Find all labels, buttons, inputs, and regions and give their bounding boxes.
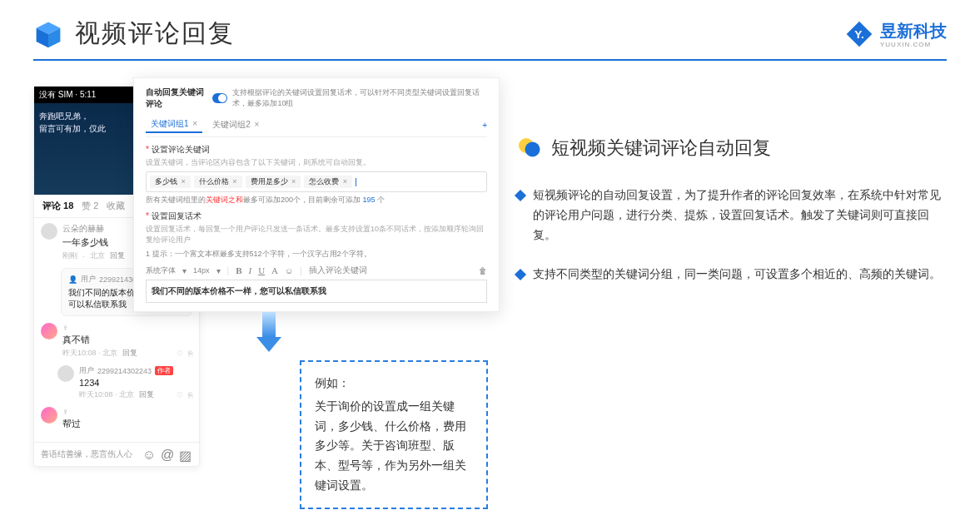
add-group-button[interactable]: + bbox=[482, 121, 487, 130]
person-icon: 👤 bbox=[68, 275, 77, 284]
close-icon[interactable]: × bbox=[255, 120, 260, 129]
brand-logo: Y. 昱新科技 YUUXIN.COM bbox=[845, 20, 947, 48]
comment-input-bar: 善语结善缘，恶言伤人心 ☺ @ ▨ bbox=[34, 442, 199, 466]
arrow-down-icon bbox=[256, 312, 281, 354]
reply-field-help: 设置回复话术，每回复一个用户评论只发送一条话术。最多支持设置10条不同话术，按添… bbox=[146, 224, 487, 245]
reply-button[interactable]: 回复 bbox=[139, 389, 154, 400]
author-user-id: 2299214302243 bbox=[97, 367, 152, 375]
bullet-text: 支持不同类型的关键词分组，同一类问题，可设置多个相近的、高频的关键词。 bbox=[533, 265, 941, 285]
comment-username: ♀ bbox=[62, 407, 192, 416]
tab-comments[interactable]: 评论 18 bbox=[42, 200, 73, 212]
reply-field-label: 设置回复话术 bbox=[146, 211, 487, 222]
diamond-icon bbox=[515, 190, 526, 201]
dislike-icon[interactable]: ⎘ bbox=[188, 391, 192, 399]
comment-meta: 昨天10:08 · 北京 回复 ♡ ⎘ bbox=[62, 348, 192, 359]
page-title: 视频评论回复 bbox=[75, 17, 235, 51]
group-tab-1[interactable]: 关键词组1 × bbox=[146, 116, 202, 133]
section-title: 短视频关键词评论自动回复 bbox=[551, 136, 771, 161]
keyword-chips-input[interactable]: 多少钱 × 什么价格 × 费用是多少 × 怎么收费 × bbox=[146, 171, 487, 192]
bullet-text: 短视频评论的自动回复设置，为了提升作者的评论回复效率，在系统中针对常见的评论用户… bbox=[533, 186, 947, 245]
author-user-prefix: 用户 bbox=[79, 365, 94, 376]
text-color-icon[interactable]: A bbox=[271, 265, 278, 275]
brand-mark-icon: Y. bbox=[845, 20, 873, 48]
cube-icon bbox=[33, 19, 63, 49]
auto-reply-toggle[interactable] bbox=[212, 93, 227, 103]
brand-name: 昱新科技 bbox=[880, 20, 947, 42]
bold-icon[interactable]: B bbox=[236, 265, 241, 275]
close-icon: × bbox=[291, 177, 296, 186]
example-title: 例如： bbox=[315, 374, 473, 394]
avatar bbox=[41, 223, 57, 240]
comment-location: 北京 bbox=[90, 250, 105, 261]
text-cursor bbox=[356, 178, 356, 186]
keyword-chip[interactable]: 怎么收费 × bbox=[304, 176, 352, 188]
header: 视频评论回复 Y. 昱新科技 YUUXIN.COM bbox=[0, 0, 980, 59]
keyword-field-label: 设置评论关键词 bbox=[146, 144, 487, 156]
comment-text: 1234 bbox=[79, 378, 192, 388]
bullet-item: 短视频评论的自动回复设置，为了提升作者的评论回复效率，在系统中针对常见的评论用户… bbox=[516, 186, 947, 245]
content: 没有 SIM · 5:11 奔跑吧兄弟， 留言可有加，仅此 评论 18 赞 2 … bbox=[0, 61, 980, 492]
settings-title: 自动回复关键词评论 bbox=[146, 87, 207, 110]
group-tab-2[interactable]: 关键词组2 × bbox=[207, 117, 264, 132]
caption-line: 奔跑吧兄弟， bbox=[39, 110, 106, 122]
close-icon: × bbox=[343, 177, 347, 186]
comment-item: ♀ 真不错 昨天10:08 · 北京 回复 ♡ ⎘ bbox=[41, 323, 192, 359]
delete-icon[interactable]: 🗑 bbox=[479, 266, 487, 275]
heart-icon[interactable]: ♡ bbox=[177, 391, 183, 399]
caption-line: 留言可有加，仅此 bbox=[39, 122, 106, 135]
underline-icon[interactable]: U bbox=[258, 265, 265, 275]
comment-text: 真不错 bbox=[62, 334, 192, 346]
comment-time: 刚刚 bbox=[62, 250, 77, 261]
comment-item: 用户2299214302243 作者 1234 昨天10:08 · 北京 回复 … bbox=[57, 365, 192, 400]
comment-input[interactable]: 善语结善缘，恶言伤人心 bbox=[41, 448, 137, 460]
dislike-icon[interactable]: ⎘ bbox=[188, 349, 192, 358]
tab-favorites[interactable]: 收藏 bbox=[107, 200, 125, 212]
settings-panel: 自动回复关键词评论 支持根据评论的关键词设置回复话术，可以针对不同类型关键词设置… bbox=[133, 77, 500, 312]
font-family-select[interactable]: 系统字体 bbox=[146, 265, 176, 276]
close-icon: × bbox=[182, 177, 186, 186]
svg-point-6 bbox=[525, 142, 540, 157]
comment-time: 昨天10:08 · 北京 bbox=[62, 348, 117, 359]
heart-icon[interactable]: ♡ bbox=[177, 349, 183, 358]
author-badge: 作者 bbox=[155, 366, 173, 375]
chat-bubble-icon bbox=[516, 136, 541, 161]
font-size-select[interactable]: 14px bbox=[193, 266, 210, 275]
insert-keyword-button[interactable]: 插入评论关键词 bbox=[309, 265, 367, 276]
comment-time: 昨天10:08 · 北京 bbox=[79, 389, 134, 400]
comment-item: ♀ 帮过 bbox=[41, 407, 192, 430]
emoji-icon[interactable]: ☺ bbox=[285, 266, 293, 275]
avatar bbox=[57, 365, 74, 382]
tab-likes[interactable]: 赞 2 bbox=[82, 200, 98, 212]
at-icon[interactable]: @ bbox=[161, 448, 174, 461]
example-box: 例如： 关于询价的设置成一组关键词，多少钱、什么价格，费用多少等。关于咨询班型、… bbox=[300, 360, 488, 509]
emoji-icon[interactable]: ☺ bbox=[142, 448, 156, 461]
keyword-chip[interactable]: 费用是多少 × bbox=[246, 176, 301, 188]
right-column: 短视频关键词评论自动回复 短视频评论的自动回复设置，为了提升作者的评论回复效率，… bbox=[516, 86, 947, 467]
keyword-field-help: 设置关键词，当评论区内容包含了以下关键词，则系统可自动回复。 bbox=[146, 157, 487, 168]
reply-tip: 1 提示：一个富文本框最多支持512个字符，一个汉字占用2个字符。 bbox=[146, 249, 487, 260]
title-row: 视频评论回复 bbox=[33, 17, 235, 51]
avatar bbox=[41, 407, 57, 424]
keyword-hint: 所有关键词组里的关键词之和最多可添加200个，目前剩余可添加 195 个 bbox=[146, 195, 487, 206]
keyword-chip[interactable]: 什么价格 × bbox=[194, 176, 242, 188]
diamond-icon bbox=[515, 269, 526, 280]
reply-button[interactable]: 回复 bbox=[122, 348, 137, 359]
editor-toolbar: 系统字体▾ 14px▾ | B I U A ☺ | 插入评论关键词 🗑 bbox=[146, 265, 487, 276]
chevron-down-icon[interactable]: ▾ bbox=[216, 266, 221, 275]
close-icon: × bbox=[232, 177, 236, 186]
reply-button[interactable]: 回复 bbox=[110, 250, 125, 261]
section-heading: 短视频关键词评论自动回复 bbox=[516, 136, 947, 161]
author-user-prefix: 用户 bbox=[81, 274, 96, 285]
example-body: 关于询价的设置成一组关键词，多少钱、什么价格，费用多少等。关于咨询班型、版本、型… bbox=[315, 397, 473, 496]
keyword-group-tabs: 关键词组1 × 关键词组2 × + bbox=[146, 116, 487, 137]
close-icon[interactable]: × bbox=[192, 119, 197, 128]
image-icon[interactable]: ▨ bbox=[179, 448, 192, 461]
chevron-down-icon[interactable]: ▾ bbox=[182, 266, 187, 275]
left-column: 没有 SIM · 5:11 奔跑吧兄弟， 留言可有加，仅此 评论 18 赞 2 … bbox=[33, 86, 483, 467]
italic-icon[interactable]: I bbox=[248, 265, 251, 275]
svg-text:Y.: Y. bbox=[854, 28, 863, 41]
comment-meta: 昨天10:08 · 北京 回复 ♡ ⎘ bbox=[79, 389, 192, 400]
keyword-chip[interactable]: 多少钱 × bbox=[150, 176, 191, 188]
reply-text-editor[interactable]: 我们不同的版本价格不一样，您可以私信联系我 bbox=[146, 280, 487, 303]
comment-text: 帮过 bbox=[62, 418, 192, 430]
